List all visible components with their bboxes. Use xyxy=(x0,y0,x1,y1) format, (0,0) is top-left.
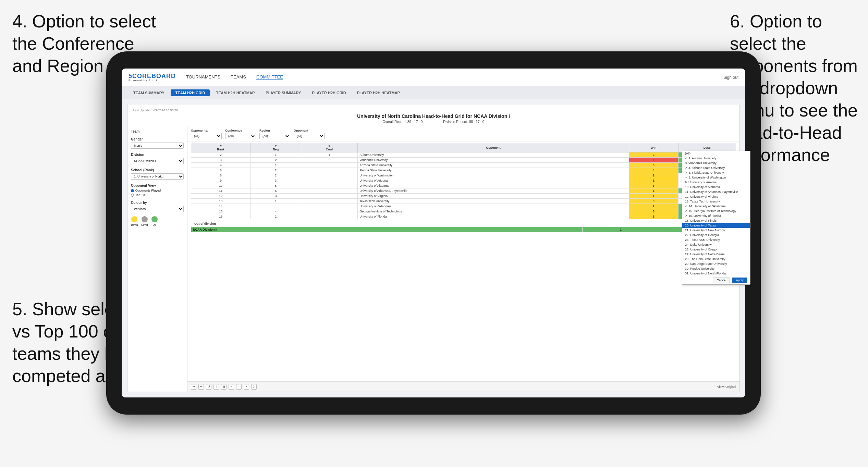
cell-rank: 14 xyxy=(191,204,251,209)
cell-reg: 1 xyxy=(250,163,301,168)
view-label: View: Original xyxy=(717,385,736,389)
nav-teams[interactable]: TEAMS xyxy=(231,74,246,80)
table-row: 10 5 University of Alabama 3 0 xyxy=(191,183,736,188)
undo-btn[interactable]: ↩ xyxy=(191,384,196,390)
cell-opponent: Georgia Institute of Technology xyxy=(358,209,629,214)
opponent-view-section: Opponent View Opponents Played Top 100 xyxy=(131,184,184,197)
cell-opponent: Vanderbilt University xyxy=(358,158,629,163)
cell-conf xyxy=(301,194,358,199)
dropdown-item[interactable]: ✓ 15. Georgia Institute of Technology xyxy=(682,209,739,213)
radio-opponents-played[interactable]: Opponents Played xyxy=(131,189,184,192)
dropdown-item[interactable]: 31. University of North Florida xyxy=(682,271,739,276)
cell-opponent: University of Oklahoma xyxy=(358,204,629,209)
legend-down: Down xyxy=(131,216,138,226)
sub-nav-team-h2h-heatmap[interactable]: TEAM H2H HEATMAP xyxy=(211,89,259,96)
gender-select[interactable]: Men's xyxy=(131,143,184,149)
legend-level-label: Level xyxy=(141,223,148,226)
gender-section: Gender Men's xyxy=(131,137,184,149)
dropdown-item[interactable]: ✓ 16. University of Florida xyxy=(682,213,739,218)
logo: 5COREBOARD Powered by Sport xyxy=(129,73,176,82)
sub-nav-team-h2h-grid[interactable]: TEAM H2H GRID xyxy=(171,89,210,96)
clock-btn[interactable]: ⏱ xyxy=(251,384,257,390)
apply-button[interactable]: Apply xyxy=(732,278,739,283)
dropdown-item[interactable]: 3. Vanderbilt University xyxy=(682,161,739,165)
radio-dot-opponents-played xyxy=(131,189,134,192)
sub-nav-team-summary[interactable]: TEAM SUMMARY xyxy=(129,89,169,96)
sub-nav-player-summary[interactable]: PLAYER SUMMARY xyxy=(261,89,306,96)
pause-btn[interactable]: ⏸ xyxy=(213,384,219,390)
team-label: Team xyxy=(131,130,184,133)
dropdown-item[interactable]: ✓ 6. Florida State University xyxy=(682,170,739,175)
cell-conf: 1 xyxy=(301,152,358,158)
cell-conf xyxy=(301,163,358,168)
cell-win: 1 xyxy=(629,178,678,183)
data-table: #Rank #Reg #Conf Opponent Win Loss xyxy=(191,143,736,219)
sub-nav-player-h2h-heatmap[interactable]: PLAYER H2H HEATMAP xyxy=(352,89,405,96)
redo-btn[interactable]: ↪ xyxy=(198,384,204,390)
dropdown-item[interactable]: 11. University of Arkansas, Fayetteville xyxy=(682,189,739,194)
dropdown-item[interactable]: 28. The Ohio State University xyxy=(682,257,739,261)
minus-btn[interactable]: − xyxy=(229,384,234,390)
region-filter: Region (All) xyxy=(259,129,290,139)
colour-by-select[interactable]: Win/loss xyxy=(131,206,184,212)
dropdown-item[interactable]: 24. Duke University xyxy=(682,242,739,247)
cell-conf xyxy=(301,173,358,178)
dropdown-item[interactable]: 18. University of Illinois xyxy=(682,218,739,223)
card-body: Team Gender Men's Division NCAA Division xyxy=(127,126,739,392)
th-reg: #Reg xyxy=(250,143,301,152)
dropdown-item[interactable]: 21. University of New Mexico xyxy=(682,228,739,233)
crop-btn[interactable]: ⊞ xyxy=(221,384,227,390)
filters-row: Opponents: (All) Conference (All) xyxy=(187,126,739,142)
table-row: 15 4 Georgia Institute of Technology 5 1 xyxy=(191,209,736,214)
dropdown-item[interactable]: ✓ 14. University of Oklahoma xyxy=(682,204,739,209)
division-select[interactable]: NCAA Division I xyxy=(131,158,184,164)
cell-reg: 2 xyxy=(250,214,301,219)
cell-reg: 1 xyxy=(250,152,301,158)
dropdown-item[interactable]: 10. University of Alabama xyxy=(682,185,739,189)
dropdown-item[interactable]: 22. University of Georgia xyxy=(682,233,739,237)
school-section: School (Rank) 1. University of Nort... xyxy=(131,168,184,180)
dropdown-item[interactable]: 27. University of Notre Dame xyxy=(682,252,739,257)
cell-conf xyxy=(301,204,358,209)
region-filter-select[interactable]: (All) xyxy=(259,133,290,139)
dropdown-item[interactable]: ✓ 4. Arizona State University xyxy=(682,165,739,170)
dropdown-item[interactable]: 13. Texas Tech University xyxy=(682,199,739,204)
opponent-filter-label: Opponent xyxy=(294,129,325,132)
reset-btn[interactable]: ↺ xyxy=(206,384,211,390)
dropdown-item[interactable]: (All) xyxy=(682,151,739,156)
cell-conf xyxy=(301,199,358,204)
opponent-filter-select[interactable]: (All) xyxy=(294,133,325,139)
card-title: University of North Carolina Head-to-Hea… xyxy=(133,113,734,119)
sub-nav-player-h2h-grid[interactable]: PLAYER H2H GRID xyxy=(307,89,351,96)
dropdown-actions: Cancel Apply xyxy=(682,276,739,284)
cell-opponent: Florida State University xyxy=(358,168,629,173)
dropdown-item[interactable]: 29. San Diego State University xyxy=(682,261,739,266)
dropdown-item[interactable]: ✓ 2. Auburn University xyxy=(682,156,739,161)
opponents-filter-select[interactable]: (All) xyxy=(191,133,222,139)
dropdown-item[interactable]: 9. University of Arizona xyxy=(682,180,739,185)
tablet-screen: 5COREBOARD Powered by Sport TOURNAMENTS … xyxy=(122,69,745,397)
dropdown-item[interactable]: 25. University of Oregon xyxy=(682,247,739,252)
nav-sign-out[interactable]: Sign out xyxy=(723,75,738,80)
conference-filter-select[interactable]: (All) xyxy=(225,133,256,139)
dot-btn[interactable]: · xyxy=(236,384,242,390)
nav-committee[interactable]: COMMITTEE xyxy=(256,74,283,80)
opponent-dropdown[interactable]: (All)✓ 2. Auburn University3. Vanderbilt… xyxy=(682,151,739,285)
dropdown-item[interactable]: ✓ 8. University of Washington xyxy=(682,175,739,180)
table-row: 4 1 Arizona State University 5 1 xyxy=(191,163,736,168)
table-row: 12 3 University of Virginia 1 0 xyxy=(191,194,736,199)
nav-tournaments[interactable]: TOURNAMENTS xyxy=(186,74,220,80)
legend-down-circle xyxy=(131,216,137,222)
dropdown-item[interactable]: 30. Purdue University xyxy=(682,266,739,271)
dropdown-item[interactable]: 12. University of Virginia xyxy=(682,194,739,199)
out-label: NCAA Division II xyxy=(191,227,583,232)
plus-btn[interactable]: + xyxy=(244,384,249,390)
dropdown-item[interactable]: 20. University of Texas xyxy=(682,223,739,228)
radio-label-opponents-played: Opponents Played xyxy=(135,189,161,192)
radio-top-100[interactable]: Top 100 xyxy=(131,193,184,197)
opponent-filter: Opponent (All) xyxy=(294,129,325,139)
nav-items: TOURNAMENTS TEAMS COMMITTEE xyxy=(186,74,283,80)
dropdown-item[interactable]: 23. Texas A&M University xyxy=(682,237,739,242)
cancel-button[interactable]: Cancel xyxy=(713,278,730,283)
school-select[interactable]: 1. University of Nort... xyxy=(131,173,184,180)
